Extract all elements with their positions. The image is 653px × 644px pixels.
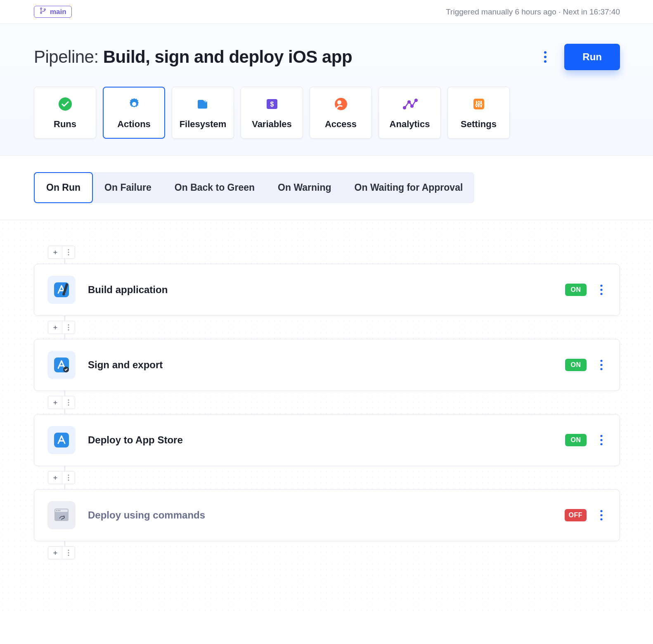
- svg-point-45: [600, 443, 602, 445]
- svg-point-38: [600, 368, 602, 370]
- actions-area: ＋ Build application ON ＋: [0, 220, 653, 614]
- svg-point-56: [600, 518, 602, 520]
- svg-point-21: [478, 102, 479, 103]
- event-tabs-wrap: On RunOn FailureOn Back to GreenOn Warni…: [0, 156, 653, 220]
- action-card[interactable]: Deploy using commands OFF: [34, 489, 620, 541]
- svg-point-5: [544, 60, 547, 63]
- action-toggle[interactable]: ON: [565, 284, 587, 296]
- action-title: Deploy to App Store: [88, 434, 183, 446]
- svg-point-53: [59, 510, 61, 511]
- nav-tab-analytics[interactable]: Analytics: [379, 87, 441, 139]
- git-branch-icon: [39, 7, 47, 17]
- action-type-icon: [47, 426, 76, 454]
- add-action-menu-button[interactable]: [62, 546, 75, 559]
- page-title: Pipeline: Build, sign and deploy iOS app: [34, 47, 352, 67]
- plus-icon: ＋: [52, 474, 59, 482]
- svg-point-58: [68, 552, 69, 553]
- action-title: Deploy using commands: [88, 509, 205, 521]
- branch-chip[interactable]: main: [34, 6, 72, 18]
- svg-point-41: [68, 404, 69, 405]
- action-menu-button[interactable]: [596, 357, 606, 373]
- svg-point-36: [600, 360, 602, 362]
- add-action-button[interactable]: ＋: [48, 321, 62, 334]
- svg-point-39: [68, 399, 69, 400]
- kebab-icon: [68, 474, 69, 481]
- action-toggle[interactable]: OFF: [565, 509, 587, 521]
- nav-tab-actions[interactable]: Actions: [103, 87, 165, 139]
- add-action-menu-button[interactable]: [62, 321, 75, 334]
- action-toggle[interactable]: ON: [565, 434, 587, 446]
- action-type-icon: [47, 351, 76, 379]
- action-toggle[interactable]: ON: [565, 359, 587, 371]
- nav-tab-label: Variables: [252, 119, 292, 130]
- svg-point-25: [68, 254, 69, 255]
- nav-tab-label: Filesystem: [180, 119, 227, 130]
- svg-point-11: [337, 100, 341, 104]
- add-action-button[interactable]: ＋: [48, 471, 62, 484]
- svg-point-37: [600, 364, 602, 366]
- topbar: main Triggered manually 6 hours ago · Ne…: [0, 0, 653, 24]
- svg-point-55: [600, 514, 602, 516]
- action-card[interactable]: Sign and export ON: [34, 339, 620, 391]
- nav-tabs: Runs Actions Filesystem$ Variables Acces…: [34, 87, 620, 139]
- kebab-icon: [68, 549, 69, 556]
- svg-point-2: [44, 9, 45, 10]
- insert-action-row: ＋: [48, 471, 620, 484]
- title-prefix: Pipeline:: [34, 47, 103, 66]
- add-action-button[interactable]: ＋: [48, 396, 62, 409]
- svg-point-59: [68, 554, 69, 556]
- svg-point-24: [68, 251, 69, 253]
- nav-tab-access[interactable]: Access: [310, 87, 372, 139]
- insert-action-row: ＋: [48, 321, 620, 334]
- nav-tab-variables[interactable]: $ Variables: [241, 87, 303, 139]
- add-action-menu-button[interactable]: [62, 396, 75, 409]
- actions-icon: [126, 96, 142, 112]
- event-tabs: On RunOn FailureOn Back to GreenOn Warni…: [34, 172, 474, 203]
- event-tab-on-waiting-for-approval[interactable]: On Waiting for Approval: [343, 173, 475, 202]
- kebab-icon: [600, 284, 603, 296]
- kebab-icon: [68, 399, 69, 406]
- add-action-button[interactable]: ＋: [48, 246, 62, 259]
- svg-point-28: [600, 284, 602, 286]
- action-menu-button[interactable]: [596, 432, 606, 448]
- nav-tab-filesystem[interactable]: Filesystem: [172, 87, 234, 139]
- action-title: Build application: [88, 284, 168, 296]
- event-tab-on-back-to-green[interactable]: On Back to Green: [163, 173, 266, 202]
- event-tab-on-failure[interactable]: On Failure: [93, 173, 163, 202]
- actions-rail: ＋ Build application ON ＋: [48, 246, 620, 559]
- action-card[interactable]: Deploy to App Store ON: [34, 414, 620, 466]
- kebab-icon: [600, 509, 603, 521]
- title-name: Build, sign and deploy iOS app: [103, 47, 352, 66]
- svg-point-30: [600, 293, 602, 295]
- event-tab-on-run[interactable]: On Run: [34, 172, 93, 203]
- action-type-icon: [47, 501, 76, 529]
- run-button[interactable]: Run: [564, 44, 620, 70]
- nav-tab-runs[interactable]: Runs: [34, 87, 96, 139]
- action-card[interactable]: Build application ON: [34, 264, 620, 316]
- action-title: Sign and export: [88, 359, 163, 371]
- svg-point-52: [58, 510, 59, 511]
- svg-point-32: [68, 327, 69, 328]
- nav-tab-settings[interactable]: Settings: [447, 87, 510, 139]
- insert-action-row: ＋: [48, 546, 620, 559]
- svg-point-4: [544, 56, 547, 58]
- nav-tab-label: Actions: [117, 119, 151, 130]
- action-menu-button[interactable]: [596, 507, 606, 523]
- plus-icon: ＋: [52, 549, 59, 557]
- svg-point-33: [68, 329, 69, 330]
- add-action-button[interactable]: ＋: [48, 546, 62, 559]
- action-menu-button[interactable]: [596, 282, 606, 298]
- nav-tab-label: Analytics: [390, 119, 430, 130]
- kebab-icon: [543, 51, 547, 63]
- pipeline-menu-button[interactable]: [537, 49, 554, 65]
- branch-name: main: [50, 8, 66, 16]
- add-action-menu-button[interactable]: [62, 471, 75, 484]
- plus-icon: ＋: [52, 248, 59, 257]
- add-action-menu-button[interactable]: [62, 246, 75, 259]
- svg-point-51: [56, 510, 57, 511]
- event-tab-on-warning[interactable]: On Warning: [266, 173, 343, 202]
- svg-point-31: [68, 324, 69, 325]
- svg-point-3: [544, 51, 547, 54]
- kebab-icon: [600, 434, 603, 446]
- kebab-icon: [600, 359, 603, 371]
